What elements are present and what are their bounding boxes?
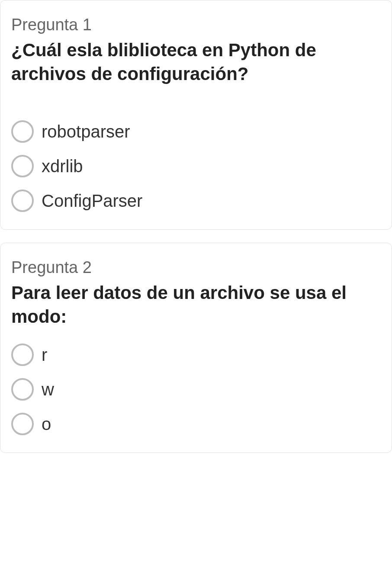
radio-icon[interactable] xyxy=(11,343,34,366)
question-number: Pregunta 1 xyxy=(11,16,381,34)
option-row[interactable]: r xyxy=(11,343,381,366)
options-list: r w o xyxy=(11,343,381,435)
option-label: robotparser xyxy=(42,122,130,141)
question-number: Pregunta 2 xyxy=(11,258,381,277)
radio-icon[interactable] xyxy=(11,155,34,177)
option-row[interactable]: o xyxy=(11,413,381,435)
option-row[interactable]: w xyxy=(11,378,381,401)
radio-icon[interactable] xyxy=(11,413,34,435)
radio-icon[interactable] xyxy=(11,378,34,401)
option-label: o xyxy=(42,414,51,434)
option-label: ConfigParser xyxy=(42,191,142,211)
question-card-2: Pregunta 2 Para leer datos de un archivo… xyxy=(0,243,392,453)
question-text: Para leer datos de un archivo se usa el … xyxy=(11,281,381,328)
question-text: ¿Cuál esla bliblioteca en Python de arch… xyxy=(11,39,381,86)
options-list: robotparser xdrlib ConfigParser xyxy=(11,120,381,212)
option-row[interactable]: xdrlib xyxy=(11,155,381,177)
radio-icon[interactable] xyxy=(11,189,34,212)
option-label: w xyxy=(42,380,54,399)
option-row[interactable]: robotparser xyxy=(11,120,381,143)
question-card-1: Pregunta 1 ¿Cuál esla bliblioteca en Pyt… xyxy=(0,0,392,230)
option-label: r xyxy=(42,345,47,365)
radio-icon[interactable] xyxy=(11,120,34,143)
option-label: xdrlib xyxy=(42,157,83,176)
option-row[interactable]: ConfigParser xyxy=(11,189,381,212)
